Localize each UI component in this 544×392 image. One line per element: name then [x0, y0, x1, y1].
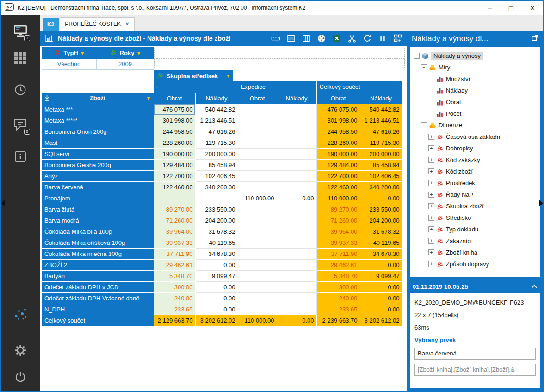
data-cell[interactable]: 129 484.00	[154, 159, 195, 170]
row-label[interactable]: Čokoláda Milka mléčná 100g	[42, 248, 154, 259]
row-label[interactable]: Bonboniera Geisha 200g	[42, 159, 154, 170]
tree-item[interactable]: Počet	[412, 108, 538, 119]
dropdown-icon[interactable]: ▼	[137, 51, 140, 56]
data-cell[interactable]: 102 406.45	[195, 170, 238, 181]
desktop-icon[interactable]: 1	[10, 22, 31, 41]
tree-expander-icon[interactable]: +	[428, 168, 434, 174]
data-cell[interactable]: 39 937.33	[154, 237, 195, 248]
tab-cube-viewer[interactable]: PROHLÍŽEČ KOSTEK ✕	[60, 17, 135, 31]
data-cell[interactable]	[238, 181, 277, 193]
data-cell[interactable]: 0.00	[195, 281, 238, 292]
data-cell[interactable]: 1 213 446.51	[195, 115, 238, 126]
settings-gear-icon[interactable]	[10, 341, 31, 360]
sparkle-icon[interactable]	[10, 304, 31, 323]
data-cell[interactable]: 476 075.00	[154, 104, 195, 115]
row-label[interactable]: Bonboniera Orion 200g	[42, 126, 154, 137]
tree-item[interactable]: +Způsob dopravy	[412, 258, 538, 270]
data-cell[interactable]: 2 239 663.70	[316, 315, 360, 326]
sort-desc-icon[interactable]	[44, 95, 49, 102]
measure-header[interactable]: Náklady	[195, 93, 238, 104]
tools-icon[interactable]	[347, 34, 357, 43]
row-dimension-header[interactable]: Zboží ▼	[42, 93, 154, 104]
data-cell[interactable]: 476 075.00	[316, 104, 360, 115]
tree-expander-icon[interactable]: +	[428, 157, 434, 163]
data-cell[interactable]	[238, 259, 277, 270]
data-cell[interactable]	[238, 170, 277, 181]
data-cell[interactable]: 301 998.00	[154, 115, 195, 126]
data-cell[interactable]: 2 129 663.70	[154, 315, 195, 326]
data-cell[interactable]: 9 099.47	[360, 270, 402, 281]
data-cell[interactable]	[277, 226, 316, 237]
data-cell[interactable]: 47 616.26	[360, 126, 402, 137]
data-cell[interactable]: 122 460.00	[316, 181, 360, 193]
tree-item[interactable]: +Zákazníci	[412, 235, 538, 247]
popout-icon[interactable]	[531, 34, 538, 44]
data-cell[interactable]: 5 348.70	[316, 270, 360, 281]
row-label[interactable]: Barva žlutá	[42, 204, 154, 215]
collapse-left-handle[interactable]	[1, 200, 5, 206]
data-cell[interactable]: 300.00	[316, 281, 360, 292]
data-cell[interactable]: 122 460.00	[154, 181, 195, 193]
data-cell[interactable]: 190 000.00	[154, 148, 195, 159]
data-cell[interactable]: 0.00	[360, 292, 402, 304]
data-cell[interactable]: 233.65	[316, 304, 360, 315]
data-cell[interactable]: 40 119.65	[360, 237, 402, 248]
data-cell[interactable]: 0.00	[277, 193, 316, 204]
data-cell[interactable]: 9 099.47	[195, 270, 238, 281]
data-cell[interactable]	[277, 148, 316, 159]
row-label[interactable]: Barva modrá	[42, 215, 154, 226]
filter-roky-value[interactable]: 2009	[96, 59, 154, 70]
drop-row-1[interactable]	[154, 48, 405, 57]
data-cell[interactable]	[195, 193, 238, 204]
data-cell[interactable]: 122 700.00	[316, 170, 360, 181]
row-label[interactable]: Čokoláda Milka bílá 100g	[42, 226, 154, 237]
data-cell[interactable]: 233 550.00	[360, 204, 402, 215]
data-cell[interactable]: 0.00	[195, 292, 238, 304]
tree-expander-icon[interactable]: +	[428, 249, 434, 255]
tree-item[interactable]: Množství	[412, 73, 538, 85]
row-label[interactable]: Metaxa ***	[42, 104, 154, 115]
tree-item[interactable]: +Řady NaP	[412, 189, 538, 200]
dropdown-icon[interactable]: ▼	[81, 51, 84, 56]
data-cell[interactable]	[154, 193, 195, 204]
selected-element-value[interactable]: Barva červená	[414, 348, 536, 360]
data-cell[interactable]: 200 000.00	[195, 148, 238, 159]
data-cell[interactable]: 0.00	[195, 259, 238, 270]
filter-typh[interactable]: TypH ▼ Všechno	[42, 47, 96, 70]
row-label[interactable]: Odečet základu DPH Vrácené daně	[42, 292, 154, 304]
data-cell[interactable]: 3 202 612.02	[195, 315, 238, 326]
data-cell[interactable]	[277, 204, 316, 215]
data-cell[interactable]	[238, 226, 277, 237]
data-cell[interactable]: 71 260.00	[154, 215, 195, 226]
data-cell[interactable]: 228 260.00	[316, 137, 360, 148]
data-cell[interactable]: 300.00	[154, 281, 195, 292]
data-cell[interactable]: 110 000.00	[238, 315, 277, 326]
filter-typh-value[interactable]: Všechno	[42, 59, 96, 70]
data-cell[interactable]: 29 462.61	[316, 259, 360, 270]
row-label[interactable]: Anýz	[42, 170, 154, 181]
tree-item[interactable]: +Kód zakázky	[412, 154, 538, 166]
close-button[interactable]: ✕	[522, 1, 543, 15]
data-cell[interactable]: 240.00	[154, 292, 195, 304]
data-cell[interactable]: 129 484.00	[316, 159, 360, 170]
data-cell[interactable]: 0.00	[277, 315, 316, 326]
column-group-header[interactable]: -	[154, 81, 238, 93]
data-cell[interactable]: 204 200.00	[360, 215, 402, 226]
data-cell[interactable]	[238, 104, 277, 115]
row-label[interactable]: Barva červená	[42, 181, 154, 193]
data-cell[interactable]: 240.00	[316, 292, 360, 304]
power-icon[interactable]	[10, 368, 31, 386]
tree-item[interactable]: +Kód zboží	[412, 166, 538, 177]
data-cell[interactable]	[238, 304, 277, 315]
data-cell[interactable]: 340 200.00	[195, 181, 238, 193]
palette-icon[interactable]	[317, 34, 326, 43]
data-cell[interactable]	[238, 281, 277, 292]
row-label[interactable]: N_DPH	[42, 304, 154, 315]
tree-expander-icon[interactable]: −	[421, 64, 427, 70]
columns-icon[interactable]	[302, 34, 311, 43]
data-cell[interactable]	[277, 181, 316, 193]
row-label[interactable]: Celkový součet	[42, 315, 154, 326]
row-label[interactable]: Badyán	[42, 270, 154, 281]
refresh-icon[interactable]	[363, 34, 372, 43]
chevron-up-icon[interactable]	[531, 283, 538, 290]
